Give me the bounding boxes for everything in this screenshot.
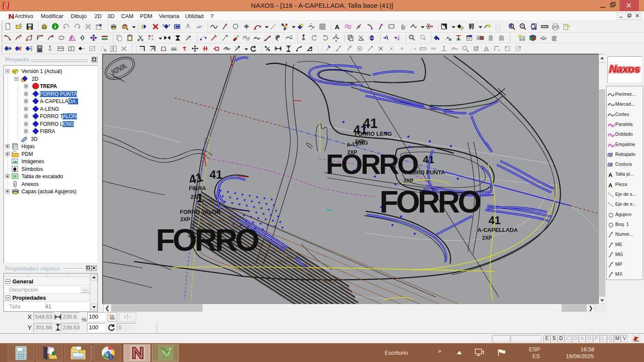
svg-text:?: ? [566,23,570,30]
svg-text:41: 41 [489,214,501,226]
svg-text:N: N [103,48,106,52]
svg-text:41: 41 [210,168,222,181]
svg-text:2XP: 2XP [404,178,413,184]
svg-text:N: N [449,37,452,42]
svg-text:2XP: 2XP [347,149,357,155]
svg-text:FORRO PUNTA: FORRO PUNTA [404,169,445,176]
svg-text:FORRO LENG: FORRO LENG [355,131,392,137]
svg-text:2XP: 2XP [191,194,200,200]
svg-text:Naxos: Naxos [609,63,640,75]
svg-text:A: A [335,23,340,30]
svg-text:41: 41 [423,154,434,165]
svg-text:FORRO: FORRO [380,185,480,219]
svg-text:I: I [112,46,114,52]
svg-text:FORRO: FORRO [156,222,258,257]
svg-text:0: 0 [22,347,24,352]
svg-text:A: A [608,172,613,177]
svg-text:A: A [608,182,613,188]
svg-text:2XP: 2XP [482,235,492,241]
svg-text:FORRO TALON: FORRO TALON [180,209,220,215]
svg-text:FIBRA: FIBRA [189,185,206,192]
svg-text:2XP: 2XP [180,216,190,222]
svg-text:A-CAPELLADA: A-CAPELLADA [477,227,518,233]
